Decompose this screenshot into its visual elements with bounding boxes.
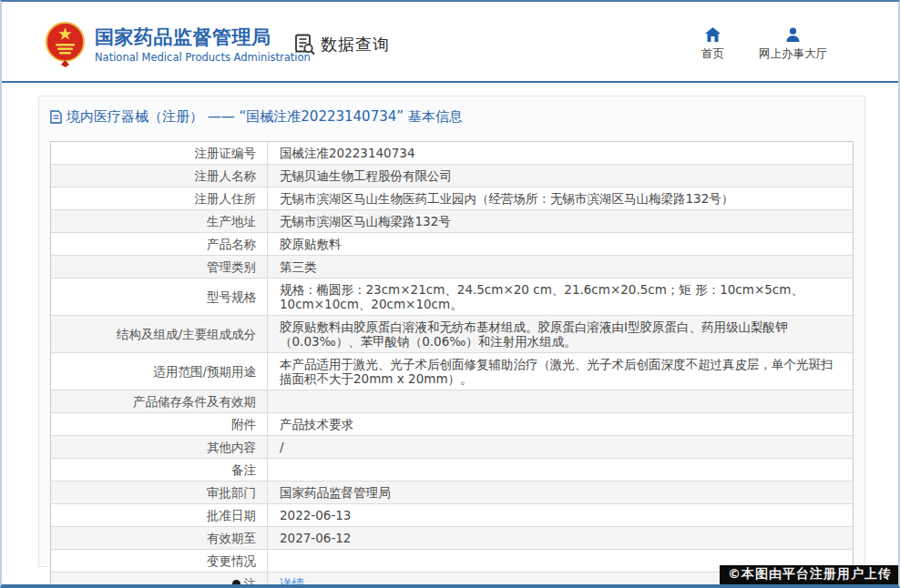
row-value (268, 459, 853, 481)
row-value: 无锡市滨湖区马山梅梁路132号 (268, 210, 853, 232)
table-row: 结构及组成/主要组成成分胶原贴敷料由胶原蛋白溶液和无纺布基材组成。胶原蛋白溶液由… (51, 316, 853, 353)
row-value: 产品技术要求 (268, 413, 853, 435)
row-label: 审批部门 (51, 482, 268, 503)
data-query-label: 数据查询 (321, 34, 390, 56)
org-name: 国家药品监督管理局 (95, 25, 311, 49)
user-icon (785, 27, 801, 42)
org-title-block: 国家药品监督管理局 National Medical Products Admi… (95, 22, 311, 65)
row-value: 2022-06-13 (268, 504, 853, 526)
note-bulb-icon (232, 580, 240, 588)
row-label: 注 (51, 573, 268, 588)
data-query-section[interactable]: 数据查询 (293, 33, 390, 56)
row-label: 生产地址 (51, 210, 268, 232)
row-label: 批准日期 (51, 504, 268, 526)
national-emblem-icon (46, 22, 85, 67)
row-label: 附件 (51, 413, 268, 435)
table-row: 型号规格规格：椭圆形：23cm×21cm、24.5cm×20 cm、21.6cm… (51, 279, 853, 316)
row-label: 产品名称 (51, 233, 268, 255)
row-label: 产品储存条件及有效期 (51, 390, 268, 412)
row-label: 适用范围/预期用途 (51, 353, 268, 390)
table-row: 生产地址无锡市滨湖区马山梅梁路132号 (51, 210, 853, 233)
row-label: 结构及组成/主要组成成分 (51, 316, 268, 352)
row-value: 无锡贝迪生物工程股份有限公司 (268, 165, 853, 187)
home-icon (705, 27, 721, 42)
table-row: 审批部门国家药品监督管理局 (51, 482, 853, 504)
row-value: 胶原贴敷料 (268, 233, 853, 255)
data-query-icon (293, 33, 316, 56)
table-row: 其他内容/ (51, 436, 853, 459)
table-row: 注册人住所无锡市滨湖区马山生物医药工业园内（经营场所：无锡市滨湖区马山梅梁路13… (51, 188, 853, 210)
row-label: 注册证编号 (51, 142, 268, 164)
row-label: 型号规格 (51, 279, 268, 315)
table-row: 产品名称胶原贴敷料 (51, 233, 853, 256)
nav-service-hall-label: 网上办事大厅 (759, 46, 827, 62)
table-row: 适用范围/预期用途本产品适用于激光、光子术后创面修复辅助治疗（激光、光子术后创面… (51, 353, 853, 390)
row-label: 注册人住所 (51, 188, 268, 209)
row-value (268, 390, 853, 412)
nav-home-label: 首页 (701, 46, 724, 62)
row-value: 无锡市滨湖区马山生物医药工业园内（经营场所：无锡市滨湖区马山梅梁路132号） (268, 188, 853, 209)
row-label: 其他内容 (51, 436, 268, 458)
table-row: 备注 (51, 459, 853, 482)
row-label: 管理类别 (51, 256, 268, 278)
row-label: 备注 (51, 459, 268, 481)
top-nav: 首页 网上办事大厅 (701, 27, 827, 62)
nav-home[interactable]: 首页 (701, 27, 724, 62)
row-value: / (268, 436, 853, 458)
breadcrumb: 境内医疗器械（注册） —— “国械注准20223140734” 基本信息 (39, 96, 864, 137)
row-value: 国家药品监督管理局 (268, 482, 853, 503)
row-label: 注册人名称 (51, 165, 268, 187)
row-value: 国械注准20223140734 (268, 142, 853, 164)
table-row: 批准日期2022-06-13 (51, 504, 853, 527)
site-logo[interactable]: 国家药品监督管理局 National Medical Products Admi… (46, 22, 311, 67)
table-row: 有效期至2027-06-12 (51, 527, 853, 550)
watermark: ©本图由平台注册用户上传 (720, 565, 898, 584)
row-value: 2027-06-12 (268, 527, 853, 549)
row-value: 规格：椭圆形：23cm×21cm、24.5cm×20 cm、21.6cm×20.… (268, 279, 853, 315)
table-row: 注册证编号国械注准20223140734 (51, 142, 853, 165)
info-card: 境内医疗器械（注册） —— “国械注准20223140734” 基本信息 注册证… (38, 96, 865, 567)
table-row: 管理类别第三类 (51, 256, 853, 279)
row-value: 本产品适用于激光、光子术后创面修复辅助治疗（激光、光子术后创面深度不超过真皮层，… (268, 353, 853, 390)
page: 国家药品监督管理局 National Medical Products Admi… (0, 0, 900, 588)
document-icon (50, 110, 62, 124)
table-row: 附件产品技术要求 (51, 413, 853, 436)
row-value: 胶原贴敷料由胶原蛋白溶液和无纺布基材组成。胶原蛋白溶液由I型胶原蛋白、药用级山梨… (268, 316, 853, 352)
row-value: 第三类 (268, 256, 853, 278)
table-row: 产品储存条件及有效期 (51, 390, 853, 413)
breadcrumb-text: 境内医疗器械（注册） —— “国械注准20223140734” 基本信息 (66, 108, 463, 126)
nav-service-hall[interactable]: 网上办事大厅 (759, 27, 827, 62)
row-label: 变更情况 (51, 550, 268, 572)
site-header: 国家药品监督管理局 National Medical Products Admi… (2, 2, 898, 83)
org-name-en: National Medical Products Administration (95, 51, 311, 65)
row-label: 有效期至 (51, 527, 268, 549)
details-link[interactable]: 详情 (280, 576, 304, 588)
table-row: 注册人名称无锡贝迪生物工程股份有限公司 (51, 165, 853, 188)
registration-table: 注册证编号国械注准20223140734注册人名称无锡贝迪生物工程股份有限公司注… (50, 141, 854, 588)
